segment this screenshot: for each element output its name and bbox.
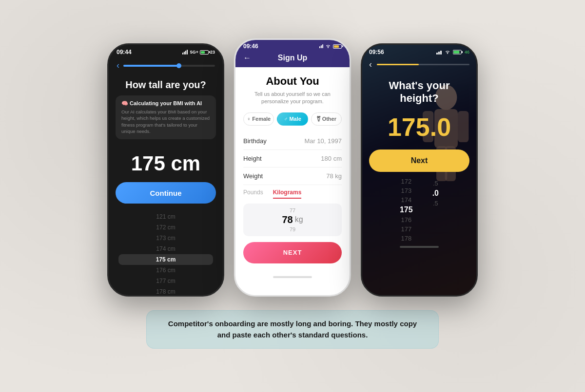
phone1-progress-bar: [123, 65, 215, 67]
phone1-battery-pct: 23: [210, 50, 215, 55]
phone1-height-value: 175 cm: [109, 144, 223, 182]
phone2-weight-row: 78 kg: [249, 214, 336, 225]
svg-rect-7: [436, 53, 438, 55]
bottom-caption: Competitor's onboarding are mostly long …: [146, 310, 439, 349]
p1-item-172[interactable]: 172 cm: [118, 222, 213, 233]
phone3-header: ‹: [362, 57, 476, 73]
phone1-title: How tall are you?: [109, 74, 223, 95]
phone2-unit-kg[interactable]: Kilograms: [273, 189, 302, 199]
phone2-signal: [319, 44, 323, 48]
phone2-unit-tabs: Pounds Kilograms: [243, 185, 342, 200]
svg-rect-12: [462, 51, 463, 53]
p3-item-176[interactable]: 176: [401, 216, 411, 224]
phone3-height-value: 175.0: [362, 109, 476, 149]
phone2-weight-values: 77 78 kg 79: [249, 206, 336, 233]
phone-3: 09:56 46 ‹: [361, 43, 478, 297]
phone2-weight-below: 79: [249, 225, 336, 233]
p3-item-178[interactable]: 178: [401, 235, 411, 242]
phone-1: 09:44 5G+ 23 ‹: [107, 43, 224, 297]
p3-item-177[interactable]: 177: [401, 225, 411, 233]
phone3-title: What's your height?: [362, 73, 476, 109]
phone3-battery-icon: [453, 50, 463, 55]
phone2-height-value: 180 cm: [321, 155, 342, 162]
phone1-network: 5G+: [190, 50, 198, 55]
phone3-home-indicator: [400, 246, 439, 248]
phone2-gender-other[interactable]: ⚧ Other: [311, 112, 342, 126]
phone2-birthday-label: Birthday: [243, 137, 267, 145]
p1-item-121[interactable]: 121 cm: [118, 211, 213, 222]
p3-item-dot5b[interactable]: .5: [433, 200, 438, 207]
p1-item-174[interactable]: 174 cm: [118, 243, 213, 254]
phone3-status-icons: 46: [436, 50, 469, 55]
phone3-back-icon[interactable]: ‹: [369, 59, 372, 70]
p3-item-174[interactable]: 174: [401, 196, 411, 204]
phone2-about-sub: Tell us about yourself so we can persona…: [243, 91, 342, 106]
phone3-scroll[interactable]: 172 173 174 175 176 177 178 .5 .0 .5: [362, 178, 476, 242]
p1-item-178[interactable]: 178 cm: [118, 286, 213, 297]
phone2-body: About You Tell us about yourself so we c…: [235, 67, 350, 271]
phones-container: 09:44 5G+ 23 ‹: [107, 43, 478, 297]
phone2-field-weight[interactable]: Weight 78 kg: [243, 168, 342, 185]
p1-item-177[interactable]: 177 cm: [118, 276, 213, 286]
phone2-back-icon[interactable]: ←: [243, 54, 251, 62]
phone1-battery: [200, 50, 209, 55]
phone1-progress-fill: [123, 65, 178, 67]
phone2-weight-scroll[interactable]: 77 78 kg 79: [243, 204, 342, 236]
phone3-wifi-icon: [444, 50, 451, 55]
phone2-nav-row: ← Sign Up: [243, 52, 342, 62]
phone2-other-label: Other: [322, 116, 336, 122]
phone2-gender-female[interactable]: ♀ Female: [243, 112, 274, 126]
phone2-next-button[interactable]: NEXT: [243, 242, 342, 263]
p3-item-173[interactable]: 173: [401, 187, 411, 194]
phone2-status-icons: [319, 44, 342, 49]
phone2-female-icon: ♀: [247, 116, 251, 122]
phone-2: 09:46 ← Sign Up A: [234, 38, 351, 297]
svg-rect-8: [438, 52, 440, 55]
p1-item-173[interactable]: 173 cm: [118, 233, 213, 243]
p3-item-dot5[interactable]: .5: [433, 180, 438, 187]
phone2-topbar: 09:46 ← Sign Up: [235, 40, 350, 67]
phone2-field-birthday[interactable]: Birthday Mar 10, 1997: [243, 132, 342, 150]
phone2-gender-male[interactable]: ♂ Male: [277, 112, 308, 126]
phone1-continue-button[interactable]: Continue: [116, 182, 216, 204]
phone3-progress-bar: [377, 64, 469, 65]
phone2-status-bar: 09:46: [243, 43, 342, 50]
phone2-weight-value: 78 kg: [326, 172, 342, 180]
phone2-field-height[interactable]: Height 180 cm: [243, 150, 342, 168]
p1-item-175[interactable]: 175 cm: [118, 254, 213, 265]
svg-point-10: [447, 53, 448, 54]
phone1-scroll-list[interactable]: 121 cm 172 cm 173 cm 174 cm 175 cm 176 c…: [109, 211, 223, 297]
svg-rect-13: [453, 51, 459, 53]
phone1-status-bar: 09:44 5G+ 23: [109, 45, 223, 57]
phone3-content: 09:56 46 ‹: [362, 45, 476, 295]
phone1-ai-card: 🧠 Calculating your BMI with AI Our AI ca…: [116, 95, 216, 139]
phone1-ai-title: 🧠 Calculating your BMI with AI: [121, 100, 210, 107]
phone2-weight-label: Weight: [243, 172, 263, 180]
svg-rect-9: [440, 51, 442, 55]
phone2-weight-above: 77: [249, 206, 336, 214]
phone3-next-button[interactable]: Next: [369, 149, 469, 172]
phone1-back-icon[interactable]: ‹: [117, 60, 119, 71]
phone2-other-icon: ⚧: [316, 116, 321, 122]
caption-text: Competitor's onboarding are mostly long …: [166, 318, 419, 340]
phone3-time: 09:56: [369, 49, 384, 56]
phone2-weight-unit: kg: [295, 215, 303, 224]
phone2-nav-title: Sign Up: [278, 54, 307, 62]
phone2-weight-main: 78: [282, 214, 292, 225]
phone2-female-label: Female: [252, 116, 271, 122]
phone2-unit-pounds[interactable]: Pounds: [243, 189, 263, 199]
phone2-time: 09:46: [243, 43, 258, 50]
svg-point-0: [328, 47, 329, 48]
p1-item-176[interactable]: 176 cm: [118, 265, 213, 276]
phone1-time: 09:44: [117, 49, 132, 56]
phone2-wifi-icon: [325, 44, 332, 49]
p3-item-dot0b[interactable]: .0: [432, 189, 439, 198]
phone1-signal: [182, 50, 188, 55]
phone3-scroll-col-left: 172 173 174 175 176 177 178: [400, 178, 413, 242]
phone3-battery-pct: 46: [465, 50, 469, 55]
phone3-status-bar: 09:56 46: [362, 45, 476, 57]
phone2-height-label: Height: [243, 155, 262, 162]
p3-item-175[interactable]: 175: [400, 205, 413, 214]
phone2-about-title: About You: [243, 75, 342, 88]
p3-item-172[interactable]: 172: [401, 178, 411, 185]
